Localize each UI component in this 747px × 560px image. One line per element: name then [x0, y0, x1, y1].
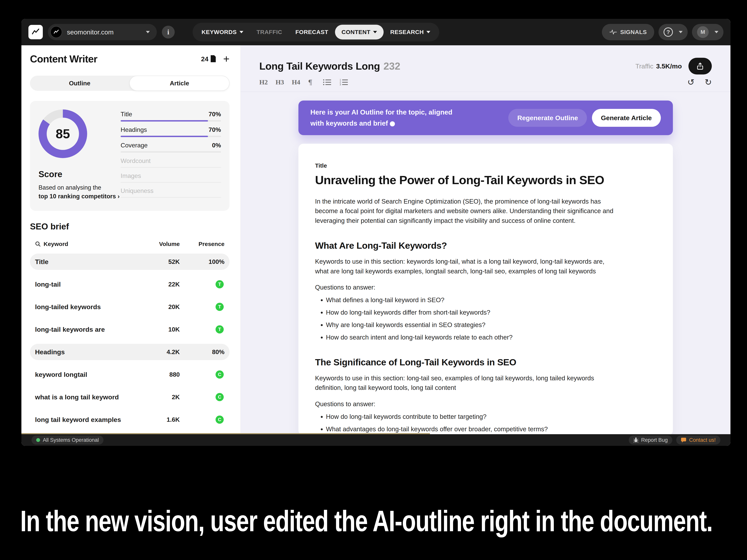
table-row[interactable]: long tail keyword examples 1.6K C	[30, 411, 230, 428]
metric-coverage: Coverage0%	[121, 142, 221, 153]
document-title-count: 232	[383, 60, 400, 72]
outline-article-tabs: Outline Article	[30, 76, 230, 91]
presence-badge: T	[215, 325, 224, 334]
question-item[interactable]: What advantages do long-tail keywords of…	[326, 424, 616, 434]
question-item[interactable]: How do long-tail keywords differ from sh…	[326, 308, 616, 317]
presence-badge: T	[215, 280, 224, 288]
menu-item-research[interactable]: RESEARCH	[384, 25, 437, 39]
section-heading[interactable]: What Are Long-Tail Keywords?	[315, 240, 616, 251]
chevron-down-icon	[679, 31, 682, 33]
presence-badge: C	[215, 416, 224, 424]
app-logo-icon[interactable]	[28, 25, 43, 39]
article-h1[interactable]: Unraveling the Power of Long-Tail Keywor…	[315, 172, 616, 188]
questions-label[interactable]: Questions to answer:	[315, 400, 616, 408]
info-button[interactable]: i	[162, 26, 175, 38]
menu-item-keywords[interactable]: KEYWORDS	[195, 25, 250, 39]
add-document-button[interactable]: +	[223, 53, 230, 64]
generate-article-button[interactable]: Generate Article	[592, 109, 661, 127]
paragraph-button[interactable]: ¶	[308, 78, 312, 86]
domain-name: seomonitor.com	[67, 28, 113, 36]
chevron-down-icon	[373, 31, 377, 33]
domain-logo-icon	[50, 26, 62, 38]
section-keywords[interactable]: Keywords to use in this section: long-ta…	[315, 373, 616, 393]
regenerate-outline-button[interactable]: Regenerate Outline	[508, 109, 587, 127]
score-card: 85 Score Based on analysing the top 10 r…	[30, 101, 230, 211]
score-label: Score	[38, 169, 121, 179]
document-count[interactable]: 24	[201, 55, 216, 63]
main-menu: KEYWORDS TRAFFIC FORECAST CONTENT RESEAR…	[192, 23, 439, 42]
metric-headings: Headings70%	[121, 126, 221, 137]
table-row-headings-group[interactable]: Headings 4.2K 80%	[30, 344, 230, 360]
scroll-progress-strip[interactable]	[21, 433, 430, 434]
help-menu[interactable]: ?	[659, 24, 688, 40]
typing-cursor-dot	[390, 121, 395, 126]
bug-icon	[634, 437, 639, 443]
table-row[interactable]: long-tailed keywords 20K T	[30, 299, 230, 315]
presence-badge: C	[215, 393, 224, 401]
article-intro[interactable]: In the intricate world of Search Engine …	[315, 196, 616, 225]
chevron-down-icon	[715, 31, 718, 33]
presence-badge: T	[215, 303, 224, 311]
chevron-down-icon	[146, 31, 150, 33]
document-title[interactable]: Long Tail Keywords Long	[259, 60, 380, 72]
table-row-title-group[interactable]: Title 52K 100%	[30, 254, 230, 270]
heading4-button[interactable]: H4	[292, 79, 300, 86]
status-bar: All Systems Operational Report Bug	[21, 434, 730, 446]
share-button[interactable]	[689, 58, 712, 75]
editor-main: Long Tail Keywords Long 232 Traffic 3.5K…	[241, 45, 730, 434]
question-item[interactable]: Why are long-tail keywords essential in …	[326, 320, 616, 329]
table-row[interactable]: what is a long tail keyword 2K C	[30, 389, 230, 405]
content-writer-sidebar: Content Writer 24 + Outline Article 85	[21, 45, 241, 434]
heading3-button[interactable]: H3	[276, 79, 284, 86]
menu-item-forecast[interactable]: FORECAST	[289, 25, 335, 39]
domain-selector[interactable]: seomonitor.com	[48, 24, 157, 40]
app-window: seomonitor.com i KEYWORDS TRAFFIC FORECA…	[21, 19, 730, 446]
ordered-list-button[interactable]: 1 2 3	[340, 79, 349, 86]
heading2-button[interactable]: H2	[259, 79, 268, 86]
system-status[interactable]: All Systems Operational	[31, 435, 103, 445]
tab-article[interactable]: Article	[129, 76, 230, 91]
questions-list: What defines a long-tail keyword in SEO?…	[326, 295, 616, 342]
metric-uniqueness: Uniqueness	[121, 187, 221, 197]
nav-right-group: SIGNALS ? M	[602, 24, 723, 40]
bullet-list-button[interactable]	[323, 79, 332, 86]
traffic-label: Traffic	[635, 62, 653, 70]
section-keywords[interactable]: Keywords to use in this section: keyword…	[315, 257, 616, 276]
menu-item-content[interactable]: CONTENT	[335, 25, 384, 39]
status-dot-icon	[36, 438, 40, 442]
competitors-link[interactable]: top 10 ranking competitors ›	[38, 193, 120, 200]
score-donut: 85	[38, 109, 87, 158]
title-field-label: Title	[315, 162, 616, 169]
question-item[interactable]: What defines a long-tail keyword in SEO?	[326, 295, 616, 305]
table-row[interactable]: long-tail 22K T	[30, 276, 230, 292]
questions-label[interactable]: Questions to answer:	[315, 284, 616, 291]
section-heading[interactable]: The Significance of Long-Tail Keywords i…	[315, 357, 616, 368]
search-icon[interactable]	[35, 241, 41, 247]
user-menu[interactable]: M	[692, 24, 723, 40]
questions-list: How do long-tail keywords contribute to …	[326, 412, 616, 434]
svg-text:3: 3	[340, 83, 341, 86]
chat-icon	[681, 437, 686, 443]
question-item[interactable]: How do search intent and long-tail keywo…	[326, 333, 616, 342]
traffic-value: 3.5K/mo	[656, 62, 682, 70]
presence-badge: C	[215, 370, 224, 379]
contact-us-button[interactable]: Contact us!	[676, 435, 720, 445]
formatting-toolbar: H2 H3 H4 ¶ 1 2 3 ↺ ↻	[241, 78, 730, 92]
report-bug-button[interactable]: Report Bug	[629, 435, 672, 445]
help-icon: ?	[664, 27, 673, 37]
undo-button[interactable]: ↺	[687, 78, 694, 86]
chevron-down-icon	[427, 31, 430, 33]
tab-outline[interactable]: Outline	[30, 76, 129, 91]
table-row[interactable]: keyword longtail 880 C	[30, 366, 230, 383]
document-editor[interactable]: Title Unraveling the Power of Long-Tail …	[299, 144, 673, 434]
avatar: M	[697, 26, 709, 38]
waveform-icon	[609, 29, 617, 35]
signals-button[interactable]: SIGNALS	[602, 24, 654, 40]
menu-item-traffic[interactable]: TRAFFIC	[250, 25, 289, 39]
table-row[interactable]: long-tail keywords are 10K T	[30, 321, 230, 338]
seo-brief-title: SEO brief	[30, 222, 230, 231]
redo-button[interactable]: ↻	[704, 78, 712, 86]
chevron-down-icon	[239, 31, 243, 33]
ai-outline-banner: Here is your AI Outline for the topic, a…	[299, 101, 673, 135]
question-item[interactable]: How do long-tail keywords contribute to …	[326, 412, 616, 421]
